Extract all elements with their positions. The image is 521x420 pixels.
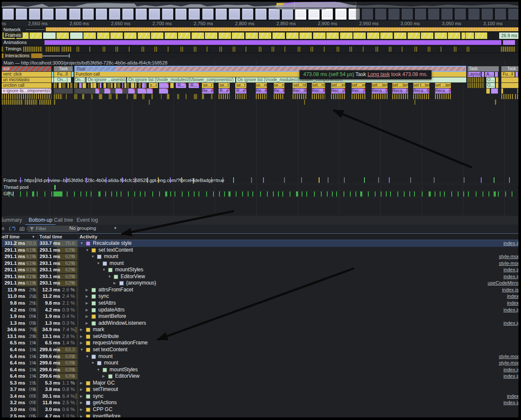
frame-block[interactable] <box>286 32 299 39</box>
flame-event-fragment[interactable] <box>71 72 74 77</box>
flame-event[interactable]: On ignore list (\/node_modules\/|\/bower… <box>127 77 235 82</box>
flame-event-fragment[interactable] <box>501 88 503 94</box>
filmstrip-frame[interactable] <box>149 9 160 20</box>
source-link[interactable]: index.js <box>503 267 518 273</box>
table-row[interactable]: 3.2 ms0.7 %11.8 ms2.5 %▶getActionsindex.… <box>2 399 518 406</box>
filmstrip-frame[interactable] <box>335 9 346 20</box>
flame-event-fragment[interactable] <box>95 88 99 94</box>
filmstrip-frame[interactable] <box>56 9 67 20</box>
flame-event-fragment[interactable] <box>495 72 498 77</box>
column-divider[interactable] <box>78 234 78 240</box>
table-row[interactable]: 6.4 ms1.4 %299.6 ms63.3 %▼mountstyle-mod <box>2 353 518 360</box>
flame-event-fragment[interactable] <box>496 77 498 82</box>
timings-track-label[interactable]: Timings <box>3 46 23 52</box>
flame-event-fragment[interactable] <box>352 94 365 99</box>
source-link[interactable]: index.js <box>503 273 518 280</box>
collapse-arrow-icon[interactable]: ▼ <box>86 353 89 360</box>
filmstrip-frame[interactable] <box>189 9 200 20</box>
frame-block[interactable] <box>165 32 177 39</box>
flame-event[interactable]: Rec...yle <box>331 88 345 94</box>
source-link[interactable]: index.js <box>503 240 518 247</box>
frame-block[interactable] <box>232 32 244 39</box>
frame-track-label[interactable]: Frame — https://id-preview--bd53fd9d-728… <box>3 178 224 183</box>
gpu-row[interactable]: GPU <box>2 191 518 198</box>
table-row[interactable]: 1.3 ms0.3 %1.3 ms0.3 %▶addWindowListener… <box>2 320 518 327</box>
table-row[interactable]: 11.0 ms2.3 %11.2 ms2.4 %▶syncindex. <box>2 293 518 300</box>
collapse-arrow-icon[interactable]: ▼ <box>91 253 95 260</box>
source-link[interactable]: style-mod <box>499 360 518 367</box>
flame-event[interactable]: On ignore ...onents\/) <box>86 77 126 82</box>
flame-event-fragment[interactable] <box>482 72 484 77</box>
flame-event-fragment[interactable] <box>74 88 147 94</box>
frame-block[interactable] <box>178 32 190 39</box>
filmstrip-frame[interactable] <box>175 9 186 20</box>
flame-event-fragment[interactable] <box>25 100 38 105</box>
flame-event[interactable]: Fu...ll <box>501 72 515 77</box>
expand-arrow-icon[interactable]: ▶ <box>86 320 88 327</box>
frame-block[interactable] <box>380 32 393 39</box>
collapse-arrow-icon[interactable]: ▼ <box>108 273 111 280</box>
flame-event-fragment[interactable] <box>52 77 53 82</box>
table-row[interactable]: 3.4 ms0.7 %30.1 ms6.4 %▶syncindex. <box>2 393 518 400</box>
flame-event-fragment[interactable] <box>435 94 451 99</box>
filmstrip-frame[interactable] <box>308 9 320 20</box>
flame-event[interactable]: A... <box>485 72 494 77</box>
frame-block[interactable] <box>435 32 447 39</box>
collapse-arrow-icon[interactable]: ▼ <box>80 240 83 247</box>
expand-arrow-icon[interactable]: ▶ <box>80 399 83 406</box>
animations-track[interactable]: Animations <box>2 39 518 46</box>
filmstrip-frame[interactable] <box>96 9 107 20</box>
flame-event[interactable]: O... <box>486 83 495 88</box>
flame-event-fragment[interactable] <box>496 83 498 88</box>
flame-event[interactable]: Reca...yle <box>392 88 408 94</box>
animations-bar[interactable] <box>44 40 501 45</box>
frame-block[interactable] <box>83 32 96 39</box>
whole-word-button[interactable]: ab <box>19 226 25 231</box>
expand-arrow-icon[interactable]: ▶ <box>86 300 88 307</box>
flame-event[interactable]: R...e <box>219 88 230 94</box>
table-row[interactable]: 291.1 ms61.6 %293.1 ms62.0 %▼set textCon… <box>2 247 518 254</box>
filmstrip-frame[interactable] <box>216 9 227 20</box>
filmstrip-frame[interactable] <box>42 9 53 20</box>
flame-event[interactable]: se...nt <box>256 83 267 88</box>
column-activity[interactable]: Activity <box>80 234 98 239</box>
flame-event-fragment[interactable] <box>501 94 513 99</box>
flame-event[interactable]: se...t <box>219 83 230 88</box>
table-row[interactable]: 3.0 ms0.6 %3.0 ms0.6 %▶CPP GC <box>2 406 518 413</box>
frame-block[interactable] <box>353 32 366 39</box>
minimap-scroll-indicator[interactable] <box>276 8 326 9</box>
frame-block[interactable] <box>299 32 312 39</box>
filmstrip-frame[interactable] <box>282 9 293 20</box>
collapse-arrow-icon[interactable]: ▼ <box>80 347 83 353</box>
source-link[interactable]: index.js <box>503 307 518 314</box>
table-row[interactable]: 6.4 ms1.4 %299.6 ms63.3 %▼set textConten… <box>2 347 518 353</box>
flame-event[interactable]: Rec...le <box>293 88 307 94</box>
flame-event[interactable]: se...t <box>202 83 213 88</box>
flame-event-fragment[interactable] <box>149 100 150 105</box>
flame-event[interactable]: Reca...yle <box>372 88 388 94</box>
flame-event[interactable]: set ...ent <box>352 83 365 88</box>
tab-call-tree[interactable]: Call tree <box>50 216 77 224</box>
flame-event-fragment[interactable] <box>414 100 415 105</box>
frame-block[interactable] <box>313 32 326 39</box>
flame-event[interactable]: n ignore lis...omponents\/) <box>2 88 51 94</box>
source-link[interactable]: index.js <box>503 367 518 373</box>
flame-event[interactable]: On...) <box>54 77 71 82</box>
flame-event[interactable]: Rec...le <box>312 88 325 94</box>
flame-event-fragment[interactable] <box>235 94 246 99</box>
flame-event[interactable]: R...e <box>235 88 246 94</box>
expand-arrow-icon[interactable]: ▶ <box>86 313 88 320</box>
flame-event[interactable]: set ...tent <box>392 83 408 88</box>
frame-block[interactable] <box>408 32 420 39</box>
filmstrip-frame[interactable] <box>322 9 333 20</box>
flame-event[interactable]: ask <box>2 66 51 71</box>
filmstrip-frame[interactable] <box>29 9 40 20</box>
table-row[interactable]: 291.1 ms61.6 %293.1 ms62.0 %▼mountstyle-… <box>2 253 518 260</box>
table-row[interactable]: 4.2 ms0.9 %4.2 ms0.9 %▶updateAttrsindex.… <box>2 307 518 314</box>
frame-track-row[interactable]: Frame — https://id-preview--bd53fd9d-728… <box>2 177 518 184</box>
flame-event[interactable]: set ...ent <box>331 83 345 88</box>
flame-event[interactable]: vent: click <box>2 72 51 77</box>
table-row[interactable]: 6.4 ms1.4 %299.6 ms63.3 %▼mountstyle-mod <box>2 360 518 367</box>
flame-event-fragment[interactable] <box>115 88 122 94</box>
flame-event-fragment[interactable] <box>54 100 55 105</box>
